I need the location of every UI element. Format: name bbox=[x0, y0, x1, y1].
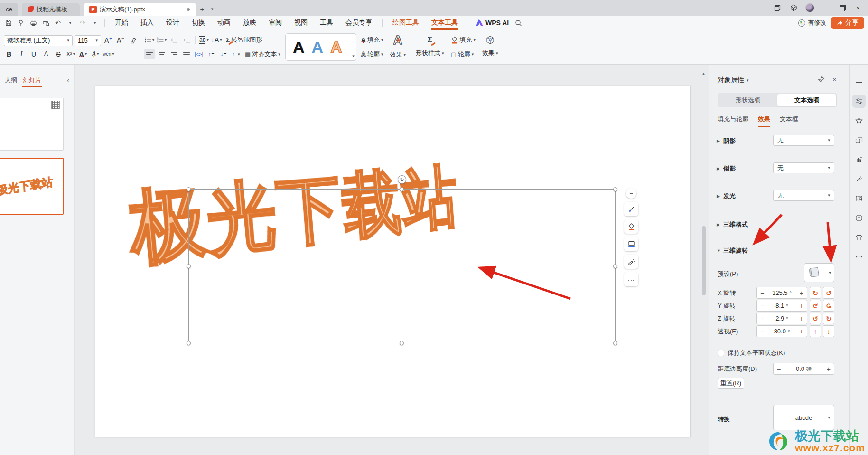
font-size-combo[interactable]: 115 ▾ bbox=[75, 35, 101, 46]
modified-badge[interactable]: ↻ 有修改 bbox=[798, 19, 826, 27]
align-right-button[interactable] bbox=[169, 49, 179, 59]
grow-font-button[interactable]: A+ bbox=[103, 35, 113, 46]
wordart-style-blue[interactable]: A bbox=[312, 39, 324, 55]
base-height-spinner[interactable]: − 0.0磅 + bbox=[773, 363, 834, 375]
superscript-button[interactable]: X²▾ bbox=[65, 49, 76, 59]
wordart-style-orange[interactable]: A bbox=[330, 39, 342, 55]
search-button[interactable] bbox=[513, 18, 524, 28]
rotate-z-ccw-button[interactable]: ↻ bbox=[823, 313, 834, 324]
increment-button[interactable]: + bbox=[827, 365, 831, 373]
perspective-spinner[interactable]: − 80.0° + bbox=[756, 325, 807, 337]
shape-outline-button[interactable]: ▢ 轮廓 ▾ bbox=[449, 48, 476, 60]
print-preview-button[interactable] bbox=[40, 18, 51, 28]
decrease-indent-button[interactable] bbox=[169, 35, 179, 45]
increase-indent-button[interactable] bbox=[181, 35, 192, 45]
tab-slides[interactable]: 幻灯片 bbox=[20, 75, 44, 85]
glow-section[interactable]: ▶ 发光 bbox=[717, 192, 736, 200]
menu-design[interactable]: 设计 bbox=[160, 16, 186, 30]
decrement-button[interactable]: − bbox=[760, 328, 764, 335]
rail-beautify-button[interactable] bbox=[852, 153, 866, 166]
selection-handle[interactable] bbox=[187, 341, 191, 345]
rotate-3d-section[interactable]: ▼ 三维旋转 bbox=[717, 246, 748, 255]
selection-handle[interactable] bbox=[187, 187, 191, 191]
rail-help-button[interactable]: ? bbox=[852, 211, 866, 225]
menu-view[interactable]: 视图 bbox=[288, 16, 314, 30]
wordart-style-black[interactable]: A bbox=[293, 39, 305, 55]
sidebar-collapse-button[interactable]: ‹ bbox=[64, 76, 72, 84]
perspective-down-button[interactable]: ↓ bbox=[823, 325, 834, 337]
rotate-y-ccw-button[interactable]: ↺ bbox=[823, 300, 834, 312]
tab-outline[interactable]: 大纲 bbox=[2, 75, 20, 85]
rail-shapes-button[interactable] bbox=[852, 133, 866, 147]
avatar[interactable] bbox=[803, 2, 817, 14]
menu-home[interactable]: 开始 bbox=[109, 16, 134, 30]
background-format-button[interactable] bbox=[624, 237, 638, 251]
save-button[interactable] bbox=[3, 18, 14, 28]
shrink-font-button[interactable]: A− bbox=[115, 35, 126, 46]
rail-magic-wand-button[interactable] bbox=[852, 172, 866, 186]
window-stack-icon[interactable] bbox=[770, 2, 784, 14]
slide-canvas[interactable]: 极光下载站 ↻ − ·· bbox=[75, 65, 709, 455]
reflection-section[interactable]: ▶ 倒影 bbox=[717, 164, 736, 173]
selection-handle[interactable] bbox=[613, 187, 617, 191]
clipboard-pin-icon[interactable] bbox=[15, 18, 27, 28]
char-border-button[interactable]: A bbox=[41, 49, 51, 59]
rail-research-button[interactable] bbox=[852, 192, 866, 205]
convert-smart-graphic-button[interactable]: Σ 转智能图形 bbox=[224, 34, 264, 46]
highlight-button[interactable]: A▾ bbox=[90, 49, 101, 59]
menu-text-tools[interactable]: 文本工具 bbox=[425, 16, 464, 30]
selection-handle[interactable] bbox=[613, 264, 617, 268]
rotation-z-spinner[interactable]: − 2.9° + bbox=[756, 313, 807, 324]
print-button[interactable] bbox=[28, 18, 39, 28]
increment-button[interactable]: + bbox=[800, 328, 803, 335]
rotation-y-spinner[interactable]: − 8.1° + bbox=[756, 300, 807, 312]
collapse-toolbar-button[interactable]: − bbox=[626, 188, 636, 199]
align-text-button[interactable]: ▤ 对齐文本 ▾ bbox=[243, 48, 282, 60]
align-center-button[interactable] bbox=[157, 49, 167, 59]
bold-button[interactable]: B bbox=[4, 49, 14, 59]
more-options-button[interactable]: ··· bbox=[624, 272, 638, 286]
increase-line-spacing-button[interactable]: ↑= bbox=[206, 49, 216, 59]
tab-list-button[interactable]: ▾ bbox=[208, 3, 216, 15]
rotation-handle[interactable]: ↻ bbox=[398, 175, 406, 184]
gallery-more-button[interactable]: ▾ bbox=[352, 54, 355, 58]
rail-more-button[interactable] bbox=[852, 250, 866, 264]
rail-skin-button[interactable] bbox=[852, 231, 866, 244]
strikethrough-button[interactable]: S bbox=[53, 49, 64, 59]
fill-color-button[interactable] bbox=[624, 219, 638, 234]
transform-dropdown[interactable]: abcde ▾ bbox=[773, 405, 834, 430]
decrement-button[interactable]: − bbox=[760, 315, 764, 322]
menu-review[interactable]: 审阅 bbox=[262, 16, 288, 30]
tab-overflow[interactable]: ce bbox=[0, 3, 18, 16]
menu-transition[interactable]: 切换 bbox=[186, 16, 211, 30]
pin-icon[interactable] bbox=[818, 76, 825, 83]
style-brush-button[interactable] bbox=[624, 202, 638, 216]
selection-handle[interactable] bbox=[400, 187, 404, 191]
rotate-z-cw-button[interactable]: ↺ bbox=[810, 313, 821, 324]
shape-style-button[interactable]: 形状样式 ▾ bbox=[414, 47, 446, 59]
restore-button[interactable] bbox=[835, 2, 849, 14]
italic-button[interactable]: I bbox=[16, 49, 27, 59]
shape-effect-button[interactable]: 效果 ▾ bbox=[480, 47, 500, 59]
subtab-textbox[interactable]: 文本框 bbox=[780, 115, 798, 123]
tab-document[interactable]: P 演示文稿(1).pptx bbox=[84, 3, 196, 16]
bullet-list-button[interactable]: ▾ bbox=[144, 35, 155, 45]
menu-member[interactable]: 会员专享 bbox=[339, 16, 378, 30]
increment-button[interactable]: + bbox=[800, 289, 803, 297]
align-justify-button[interactable] bbox=[181, 49, 192, 59]
slide-thumbnail-2[interactable]: 极光下载站 bbox=[0, 158, 64, 215]
text-direction-button[interactable]: ab▾ bbox=[199, 35, 209, 45]
rotate-x-ccw-button[interactable]: ↺ bbox=[823, 287, 834, 299]
selection-handle[interactable] bbox=[400, 341, 404, 345]
rotation-x-spinner[interactable]: − 325.5° + bbox=[756, 287, 807, 299]
line-spacing-button[interactable]: ↑‾▾ bbox=[231, 49, 241, 59]
increment-button[interactable]: + bbox=[800, 315, 803, 322]
reset-button[interactable]: 重置(R) bbox=[718, 378, 744, 389]
font-name-combo[interactable]: 微软雅黑 (正文) ▾ bbox=[4, 35, 73, 46]
preset-dropdown[interactable]: ▾ bbox=[804, 263, 834, 282]
scroll-up-arrow[interactable]: ▲ bbox=[701, 71, 706, 76]
rail-properties-button[interactable] bbox=[852, 95, 866, 108]
keep-flat-checkbox[interactable] bbox=[718, 350, 724, 356]
close-button[interactable]: × bbox=[851, 2, 865, 14]
panel-header[interactable]: 对象属性 ▾ bbox=[718, 76, 749, 85]
